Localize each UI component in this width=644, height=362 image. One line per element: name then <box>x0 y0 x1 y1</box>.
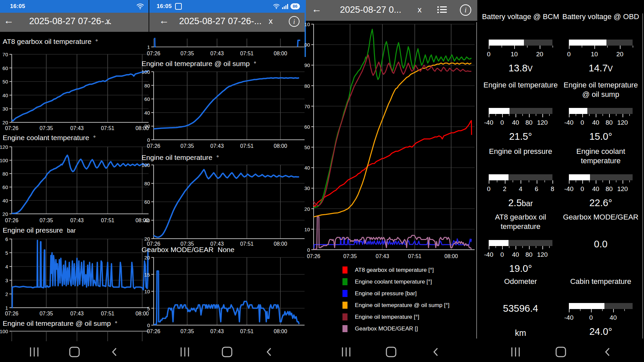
back-nav-button[interactable] <box>266 347 272 357</box>
svg-text:07:35: 07:35 <box>180 51 194 56</box>
gauge-bar: 01020 <box>489 40 552 59</box>
back-button[interactable]: ← <box>4 15 14 26</box>
svg-text:120: 120 <box>0 144 8 150</box>
close-button[interactable]: x <box>418 5 422 14</box>
legend-swatch <box>342 302 347 309</box>
recents-button[interactable] <box>30 348 38 357</box>
back-nav-button[interactable] <box>112 347 117 357</box>
recents-button[interactable] <box>512 348 520 357</box>
svg-text:40: 40 <box>2 93 8 98</box>
svg-text:07:51: 07:51 <box>408 253 421 259</box>
gauge-title: Gearbox MODE/GEAR <box>561 213 641 231</box>
chart-title: Gearbox MODE/GEARNone <box>142 246 234 254</box>
svg-text:5: 5 <box>147 306 150 311</box>
status-bar: 16:05 86 <box>149 0 305 13</box>
svg-text:80: 80 <box>305 83 310 89</box>
svg-text:07:51: 07:51 <box>101 125 114 131</box>
legend-swatch <box>342 325 347 332</box>
home-button[interactable] <box>222 347 232 357</box>
back-button[interactable]: ← <box>312 3 322 15</box>
svg-text:07:26: 07:26 <box>5 311 18 316</box>
info-button[interactable]: i <box>288 15 300 29</box>
app-screen: 16:05 ← 2025-08-27 07-26-... x AT8 gearb… <box>0 0 644 362</box>
svg-text:07:26: 07:26 <box>5 125 18 131</box>
chart-title: Engine oil pressurebar <box>3 226 76 234</box>
close-button[interactable]: x <box>106 16 110 26</box>
back-nav-button[interactable] <box>605 347 610 357</box>
gauge-value: 0.0 <box>561 239 641 250</box>
svg-text:80: 80 <box>2 171 8 177</box>
gauge-bar: -40040 <box>569 303 633 323</box>
svg-text:80: 80 <box>144 181 150 186</box>
svg-text:90: 90 <box>305 62 310 68</box>
gauge-coolant-temp: Engine coolant temperature -4004080120 2… <box>561 147 641 208</box>
gauge-value: 53596.4 <box>481 303 560 314</box>
app-bar: ← 2025-08-27 0... x i <box>305 0 477 21</box>
svg-text:07:43: 07:43 <box>210 143 224 149</box>
svg-text:1: 1 <box>5 305 8 311</box>
combined-line-chart[interactable]: 010203040506070809010011007:2607:3507:43… <box>305 21 477 264</box>
legend-swatch <box>342 278 347 285</box>
gauge-value: 13.8V <box>481 63 560 74</box>
svg-text:07:35: 07:35 <box>343 253 357 259</box>
svg-text:07:51: 07:51 <box>240 241 254 247</box>
svg-text:07:35: 07:35 <box>40 311 53 316</box>
home-button[interactable] <box>69 347 79 357</box>
svg-text:100: 100 <box>0 158 8 163</box>
svg-text:07:43: 07:43 <box>210 51 224 56</box>
recents-button[interactable] <box>181 348 189 357</box>
status-time: 16:05 <box>157 3 172 10</box>
recents-button[interactable] <box>342 348 350 357</box>
gauge-unit: km <box>481 328 560 338</box>
page-title: 2025-08-27 07-26-... <box>179 16 262 26</box>
line-chart-coolant-temp[interactable]: 2040608010012007:2607:3507:4307:5108:00 <box>0 142 149 226</box>
line-chart-pressure-partial[interactable]: 107:2607:3507:4307:5108:00 <box>141 32 305 59</box>
status-time: 16:05 <box>10 3 25 10</box>
svg-text:08:00: 08:00 <box>444 253 458 259</box>
gauge-bar: -4004080120 <box>569 108 633 128</box>
gauge-bar: -4004080120 <box>489 240 552 260</box>
wifi-icon <box>273 4 280 9</box>
app-bar: ← 2025-08-27 07-26-... x i <box>149 13 305 32</box>
svg-text:07:51: 07:51 <box>240 143 254 149</box>
android-nav-bar <box>149 342 305 362</box>
svg-text:30: 30 <box>2 106 8 112</box>
gauge-value: 2.5bar <box>481 197 560 208</box>
svg-text:08:00: 08:00 <box>274 143 287 149</box>
line-chart-gearbox-mode[interactable]: 0510152007:2607:3507:4307:5108:00 <box>141 254 305 338</box>
gauge-title: Battery voltage @ BCM <box>481 12 560 31</box>
line-chart-oil-sump-temp[interactable]: 02040608010007:2607:3507:4307:5108:00 <box>141 67 305 151</box>
svg-text:20: 20 <box>144 255 150 260</box>
back-button[interactable]: ← <box>159 15 169 26</box>
line-chart-at8-temp[interactable]: 20304050607007:2607:3507:4307:5108:00 <box>0 50 149 132</box>
list-button[interactable] <box>436 5 448 17</box>
scrollbar[interactable] <box>476 22 477 339</box>
svg-text:80: 80 <box>144 83 150 88</box>
svg-text:20: 20 <box>305 206 310 212</box>
home-button[interactable] <box>386 347 396 357</box>
line-chart-oil-pressure[interactable]: 12345607:2607:3507:4307:5108:00 <box>0 235 149 318</box>
svg-text:07:35: 07:35 <box>40 125 53 131</box>
gauge-title: Cabin temperature <box>561 277 641 296</box>
gauge-title: Engine coolant temperature <box>561 147 641 166</box>
back-nav-button[interactable] <box>433 347 438 357</box>
info-button[interactable]: i <box>459 4 472 18</box>
line-chart-oil-temp[interactable]: 2040608010007:2607:3507:4307:5108:00 <box>141 162 305 247</box>
edge-artifact <box>642 13 643 339</box>
svg-text:1: 1 <box>147 44 150 50</box>
home-button[interactable] <box>555 347 566 357</box>
line-chart-oil-sump-partial[interactable]: 100 <box>0 327 149 341</box>
legend-item: Gearbox MODE/GEAR [] <box>342 323 449 335</box>
panel-combined-chart: ← 2025-08-27 0... x i 010203040506070809… <box>305 0 477 362</box>
gauge-bar: 01020 <box>569 40 633 59</box>
svg-text:40: 40 <box>144 110 150 116</box>
battery-indicator: 86 <box>290 3 300 9</box>
svg-text:07:26: 07:26 <box>147 51 160 56</box>
gauge-bar: -4004080120 <box>569 174 633 194</box>
close-button[interactable]: x <box>269 16 273 26</box>
legend-swatch <box>342 313 347 320</box>
svg-text:50: 50 <box>2 79 8 84</box>
svg-text:07:43: 07:43 <box>70 311 84 316</box>
legend-item: Engine coolant temperature [°] <box>342 276 449 288</box>
gauge-oil-pressure: Engine oil pressure 02468 2.5bar <box>481 147 560 208</box>
